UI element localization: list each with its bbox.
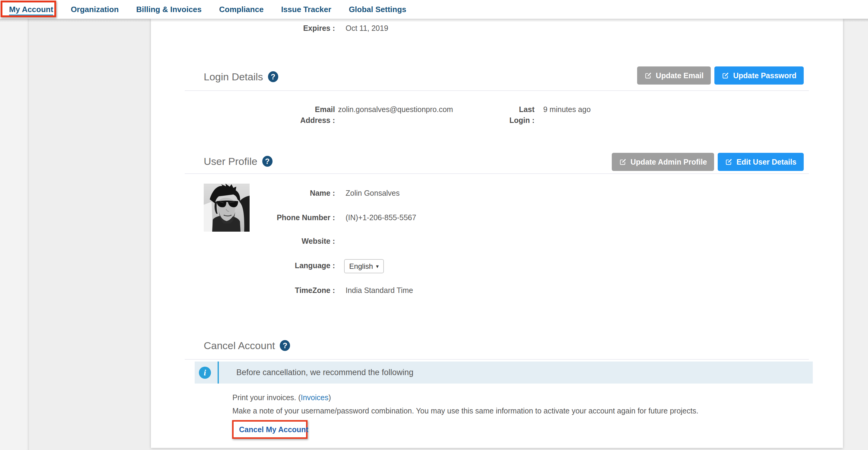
tab-billing-invoices-label: Billing & Invoices [136, 4, 202, 15]
username-password-note: Make a note of your username/password co… [232, 405, 699, 416]
phone-number-value: (IN)+1-206-855-5567 [346, 212, 416, 223]
phone-number-label: Phone Number : [253, 212, 335, 223]
login-details-title-text: Login Details [204, 71, 263, 83]
tab-organization-label: Organization [71, 4, 119, 15]
name-label: Name : [253, 187, 335, 199]
email-address-label: Email Address : [293, 104, 335, 126]
invoices-link[interactable]: Invoices [301, 393, 329, 402]
pencil-square-icon [644, 71, 652, 80]
name-value: Zolin Gonsalves [346, 187, 400, 199]
my-account-page: My Account Organization Billing & Invoic… [0, 0, 868, 450]
update-admin-profile-button[interactable]: Update Admin Profile [612, 153, 714, 171]
help-icon[interactable]: ? [262, 156, 273, 167]
chevron-down-icon: ▾ [376, 263, 379, 270]
section-divider [185, 359, 809, 360]
update-email-button[interactable]: Update Email [637, 66, 711, 85]
cancel-account-title: Cancel Account ? [204, 339, 290, 352]
login-details-title: Login Details ? [204, 71, 278, 83]
cancel-account-title-text: Cancel Account [204, 339, 275, 352]
page-background: Expires : Oct 11, 2019 Login Details ? U… [0, 19, 868, 450]
tab-issue-tracker[interactable]: Issue Tracker [281, 0, 331, 19]
tab-compliance[interactable]: Compliance [219, 0, 264, 19]
update-password-button[interactable]: Update Password [714, 66, 804, 85]
update-password-label: Update Password [733, 71, 797, 80]
pencil-square-icon [722, 71, 730, 80]
update-admin-profile-label: Update Admin Profile [630, 158, 707, 167]
tab-my-account[interactable]: My Account [9, 0, 53, 19]
section-divider [185, 90, 809, 91]
last-login-label: Last Login : [507, 104, 534, 126]
tab-my-account-label: My Account [9, 4, 53, 15]
cancellation-info-box: i Before cancellation, we recommend the … [195, 361, 813, 384]
pencil-square-icon [725, 158, 733, 166]
print-invoices-text: Print your invoices. ( [232, 393, 301, 402]
tab-organization[interactable]: Organization [71, 0, 119, 19]
top-nav: My Account Organization Billing & Invoic… [0, 0, 868, 19]
last-login-value: 9 minutes ago [543, 104, 591, 115]
edit-user-details-button[interactable]: Edit User Details [718, 153, 804, 171]
annotation-box-cancel-account: Cancel My Account [232, 420, 308, 439]
account-settings-card: Expires : Oct 11, 2019 Login Details ? U… [151, 19, 843, 448]
language-dropdown[interactable]: English ▾ [344, 259, 384, 273]
info-heading: Before cancellation, we recommend the fo… [236, 368, 413, 377]
help-icon[interactable]: ? [280, 340, 290, 351]
timezone-value: India Standard Time [346, 285, 413, 296]
sidebar-panel [29, 19, 151, 450]
section-divider [185, 173, 809, 174]
info-accent-rule [218, 361, 219, 384]
update-email-label: Update Email [656, 71, 704, 80]
tab-issue-tracker-label: Issue Tracker [281, 4, 331, 15]
expires-value: Oct 11, 2019 [346, 23, 388, 33]
language-label: Language : [253, 260, 335, 271]
cancel-my-account-link[interactable]: Cancel My Account [239, 425, 308, 434]
pencil-square-icon [619, 158, 627, 166]
tab-billing-invoices[interactable]: Billing & Invoices [136, 0, 202, 19]
tab-compliance-label: Compliance [219, 4, 264, 15]
help-icon[interactable]: ? [268, 71, 278, 82]
info-icon: i [199, 367, 211, 379]
email-address-value: zolin.gonsalves@questionpro.com [338, 104, 453, 115]
tab-global-settings[interactable]: Global Settings [349, 0, 406, 19]
expires-label: Expires : [253, 23, 335, 33]
language-selected-value: English [349, 262, 373, 271]
website-label: Website : [253, 236, 335, 246]
user-profile-title: User Profile ? [204, 155, 273, 167]
profile-photo[interactable] [204, 184, 250, 232]
tab-global-settings-label: Global Settings [349, 4, 406, 15]
left-gutter [0, 19, 29, 450]
timezone-label: TimeZone : [253, 285, 335, 296]
user-profile-title-text: User Profile [204, 155, 257, 167]
print-invoices-line: Print your invoices. (Invoices) [232, 392, 331, 403]
print-invoices-text-close: ) [329, 393, 331, 402]
edit-user-details-label: Edit User Details [736, 158, 797, 167]
